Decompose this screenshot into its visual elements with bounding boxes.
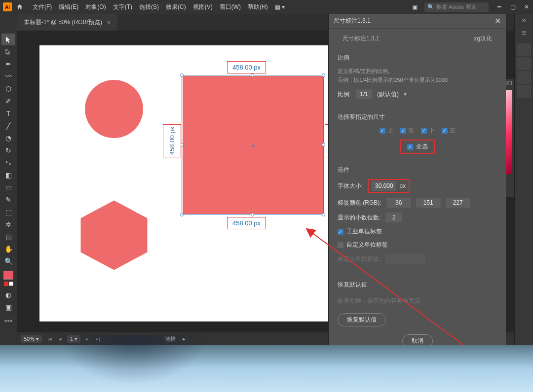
shape-builder-tool[interactable]: ◔: [1, 132, 15, 144]
menubar: Ai 文件(F) 编辑(E) 对象(O) 文字(T) 选择(S) 效果(C) 视…: [0, 0, 533, 14]
width-tool[interactable]: ⇆: [1, 157, 15, 169]
menu-file[interactable]: 文件(F): [33, 3, 52, 11]
checkbox-custom-units[interactable]: 自定义单位标签: [338, 241, 388, 249]
panel-icon[interactable]: [517, 57, 531, 70]
checkbox-select-all[interactable]: ✓全选: [400, 140, 435, 154]
options-section-title: 选件: [338, 166, 497, 174]
ratio-select[interactable]: 1/1: [356, 89, 372, 99]
custom-units-label: 自定义单位标签:: [338, 255, 381, 263]
restore-defaults-button[interactable]: 恢复默认值: [338, 313, 386, 326]
zoom-tool[interactable]: 🔍: [1, 255, 15, 267]
gradient-tool[interactable]: ▭: [1, 181, 15, 193]
restore-description: 恢复原样，存留的内容将被丢弃: [338, 297, 497, 305]
type-tool[interactable]: T: [1, 107, 15, 119]
selection-handle[interactable]: [251, 73, 254, 77]
panel-options-icon[interactable]: ≡: [515, 27, 533, 39]
stroke-color-swatch[interactable]: [4, 282, 13, 286]
help-search[interactable]: 🔍 搜索 Adobe 帮助: [424, 2, 489, 12]
paintbrush-tool[interactable]: ✐: [1, 95, 15, 107]
desktop-background: [0, 345, 533, 392]
pen-tool[interactable]: ✒: [1, 58, 15, 70]
direct-selection-tool[interactable]: [1, 46, 15, 58]
menu-view[interactable]: 视图(V): [193, 3, 213, 11]
checkbox-left[interactable]: ✓左: [442, 126, 456, 135]
font-size-label: 字体大小:: [338, 182, 363, 190]
curvature-tool[interactable]: 〰: [1, 71, 15, 82]
minimize-icon[interactable]: ━: [495, 3, 502, 10]
dialog-titlebar: 尺寸标注1.3.1 ✕: [329, 14, 506, 29]
dimension-label-top: 458.00 px: [227, 61, 266, 73]
help-search-placeholder: 搜索 Adobe 帮助: [436, 3, 477, 11]
menu-edit[interactable]: 编辑(E): [59, 3, 78, 11]
color-r-input[interactable]: [386, 198, 411, 208]
edit-toolbar-icon[interactable]: •••: [4, 317, 13, 325]
panel-icon[interactable]: [517, 71, 531, 84]
dimension-annotation-dialog: 尺寸标注1.3.1 ✕ 尺寸标注1.3.1 xg汉化 比例 定义图稿/文档的比例…: [328, 14, 506, 375]
color-g-input[interactable]: [416, 198, 441, 208]
selection-handle[interactable]: [251, 213, 254, 216]
dialog-title: 尺寸标注1.3.1: [334, 17, 495, 25]
menu-effect[interactable]: 效果(C): [166, 3, 186, 11]
font-size-field-highlight: px: [368, 179, 410, 193]
menu-help[interactable]: 帮助(H): [248, 3, 268, 11]
panel-icon[interactable]: [517, 43, 531, 56]
color-b-input[interactable]: [446, 198, 470, 208]
dialog-close-icon[interactable]: ✕: [495, 16, 501, 26]
panel-menu-icon[interactable]: »: [515, 14, 533, 27]
dimension-label-bottom: 458.00 px: [227, 217, 266, 229]
tools-panel: ✒ 〰 ⬡ ✐ T ╱ ◔ ↻ ⇆ ◧ ▭ ✎ ⬚ ✲ ▤ ✋ 🔍 ◐ ▣ ••…: [0, 31, 17, 346]
checkbox-industrial-units[interactable]: ✓工业单位标签: [338, 227, 382, 236]
symbol-sprayer-tool[interactable]: ✲: [1, 218, 15, 230]
dimension-checkboxes: ✓上 ✓右 ✓下 ✓左: [338, 126, 497, 135]
menu-object[interactable]: 对象(O): [85, 3, 106, 11]
eraser-tool[interactable]: ◧: [1, 169, 15, 181]
rectangle-tool[interactable]: ⬡: [1, 83, 15, 95]
close-icon[interactable]: ✕: [523, 3, 530, 10]
document-window-icon[interactable]: ▣: [412, 3, 418, 10]
font-size-input[interactable]: [372, 181, 396, 191]
selection-bounding-box: ✕: [182, 75, 324, 215]
document-tab[interactable]: 未标题-1* @ 50% (RGB/预览) ×: [17, 14, 117, 31]
screen-mode-icon[interactable]: ▣: [1, 301, 15, 313]
maximize-icon[interactable]: ▢: [509, 3, 516, 10]
circle-shape[interactable]: [85, 80, 143, 138]
workspace-switcher-icon[interactable]: ▦ ▾: [275, 3, 285, 10]
rotate-tool[interactable]: ↻: [1, 144, 15, 156]
decimals-input[interactable]: [385, 213, 402, 222]
checkbox-bottom[interactable]: ✓下: [421, 126, 435, 135]
close-tab-icon[interactable]: ×: [107, 19, 111, 26]
hexagon-shape[interactable]: [77, 198, 151, 272]
dialog-credit: xg汉化: [474, 35, 492, 43]
checkbox-right[interactable]: ✓右: [400, 126, 414, 135]
panel-icon[interactable]: [517, 85, 531, 98]
label-color-label: 标签颜色 (RGB):: [338, 199, 381, 207]
chevron-down-icon[interactable]: ▾: [404, 91, 407, 98]
selection-handle[interactable]: [180, 213, 184, 216]
restore-section-title: 恢复默认值: [338, 281, 497, 289]
line-tool[interactable]: ╱: [1, 120, 15, 132]
custom-units-input: [385, 254, 425, 264]
eyedropper-tool[interactable]: ✎: [1, 194, 15, 206]
draw-mode-icon[interactable]: ◐: [1, 289, 15, 301]
selection-handle[interactable]: [180, 73, 184, 77]
menu-select[interactable]: 选择(S): [139, 3, 159, 11]
fill-color-swatch[interactable]: [3, 271, 13, 280]
checkbox-top[interactable]: ✓上: [380, 126, 393, 135]
home-icon[interactable]: [16, 3, 24, 11]
blend-tool[interactable]: ⬚: [1, 206, 15, 218]
selection-tool[interactable]: [1, 34, 15, 45]
menu-type[interactable]: 文字(T): [113, 3, 132, 11]
selection-handle[interactable]: [322, 213, 325, 216]
ratio-description: 定义图稿/文档的比例。 示例，以1/4比例显示的250个单位显示为1000: [338, 67, 497, 84]
chevron-down-icon: ▾: [36, 336, 39, 342]
artboard-tool[interactable]: ▤: [1, 231, 15, 243]
first-artboard-icon[interactable]: |◂: [46, 336, 53, 342]
menu-window[interactable]: 窗口(W): [220, 3, 241, 11]
dialog-subtitle: 尺寸标注1.3.1: [343, 35, 380, 43]
artboard[interactable]: ✕ 458.00 px 458.00 px 458.00 px 458.00 p…: [39, 45, 336, 321]
zoom-level[interactable]: 50% ▾: [21, 335, 42, 343]
hand-tool[interactable]: ✋: [1, 243, 15, 255]
svg-marker-0: [81, 201, 148, 270]
selection-handle[interactable]: [322, 73, 325, 77]
ratio-default-text: (默认值): [377, 90, 399, 99]
